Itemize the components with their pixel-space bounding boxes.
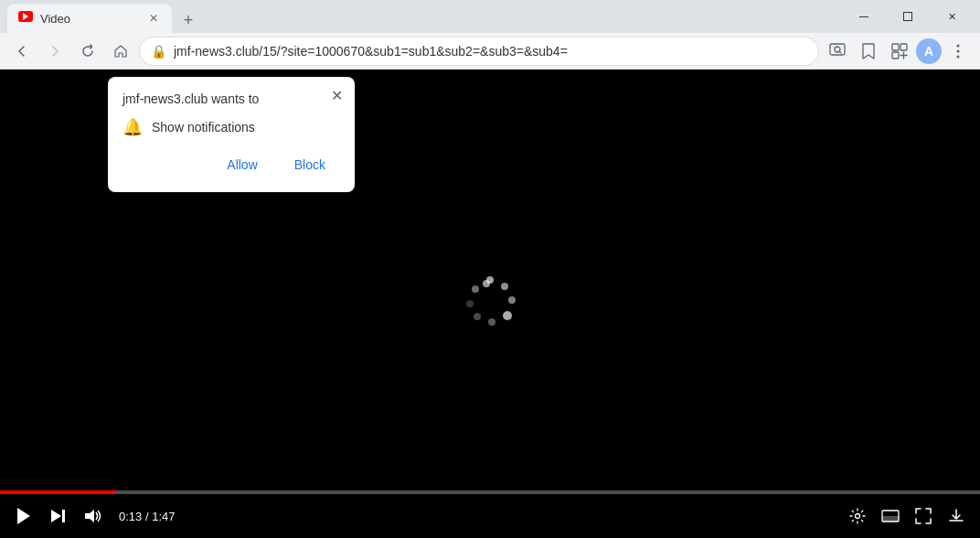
svg-marker-13 [85,510,94,522]
svg-rect-2 [830,44,845,55]
fullscreen-button[interactable] [911,503,936,529]
restore-button[interactable] [887,2,929,31]
next-button[interactable] [46,503,71,529]
allow-button[interactable]: Allow [212,152,272,178]
reload-button[interactable] [73,37,102,66]
svg-rect-0 [859,16,868,17]
popup-actions: Allow Block [122,152,340,178]
svg-point-8 [957,49,960,52]
toolbar-right: A [823,37,973,66]
svg-point-7 [957,44,960,47]
svg-rect-1 [904,13,912,21]
window-controls: ✕ [843,2,973,31]
svg-rect-16 [882,516,899,522]
back-button[interactable] [7,37,37,66]
popup-close-button[interactable]: ✕ [325,84,347,106]
screen-search-button[interactable] [823,37,852,66]
notification-popup: ✕ jmf-news3.club wants to 🔔 Show notific… [108,77,355,192]
svg-rect-4 [892,44,899,50]
tab-strip: Video ✕ + [7,0,843,33]
download-button[interactable] [943,503,969,529]
title-bar: Video ✕ + ✕ [0,0,980,33]
browser-tab[interactable]: Video ✕ [7,4,172,33]
svg-rect-12 [62,510,65,522]
address-text: jmf-news3.club/15/?site=1000670&sub1=sub… [174,44,807,59]
svg-rect-5 [900,44,907,50]
popup-site-title: jmf-news3.club wants to [122,91,340,106]
block-button[interactable]: Block [280,152,340,178]
spinner-dots [463,276,517,331]
time-display: 0:13 / 1:47 [119,510,175,523]
popup-item: 🔔 Show notifications [122,117,340,137]
svg-marker-11 [51,510,61,522]
theater-mode-button[interactable] [878,503,903,529]
lock-icon: 🔒 [151,44,166,59]
menu-button[interactable] [943,37,973,66]
volume-button[interactable] [80,503,106,529]
address-bar[interactable]: 🔒 jmf-news3.club/15/?site=1000670&sub1=s… [139,37,819,66]
settings-button[interactable] [845,503,870,529]
minimize-button[interactable] [843,2,885,31]
loading-spinner [463,276,517,331]
bell-icon: 🔔 [122,117,143,137]
svg-marker-10 [17,508,30,524]
page-content: ✕ jmf-news3.club wants to 🔔 Show notific… [0,70,980,538]
account-avatar[interactable]: A [916,38,942,64]
tab-favicon [18,11,33,26]
svg-rect-6 [892,52,899,59]
home-button[interactable] [106,37,135,66]
forward-button[interactable] [40,37,69,66]
close-button[interactable]: ✕ [931,2,973,31]
tab-title: Video [40,12,139,26]
play-button[interactable] [11,503,37,529]
browser-window: Video ✕ + ✕ 🔒 jm [0,0,980,538]
tab-close-button[interactable]: ✕ [146,11,161,26]
right-controls [845,503,969,529]
new-tab-button[interactable]: + [176,7,201,33]
extensions-button[interactable] [885,37,914,66]
toolbar: 🔒 jmf-news3.club/15/?site=1000670&sub1=s… [0,33,980,70]
svg-point-9 [957,55,960,58]
svg-point-14 [856,514,860,519]
video-controls: 0:13 / 1:47 [0,494,980,538]
bookmark-button[interactable] [854,37,883,66]
popup-item-label: Show notifications [152,120,255,134]
